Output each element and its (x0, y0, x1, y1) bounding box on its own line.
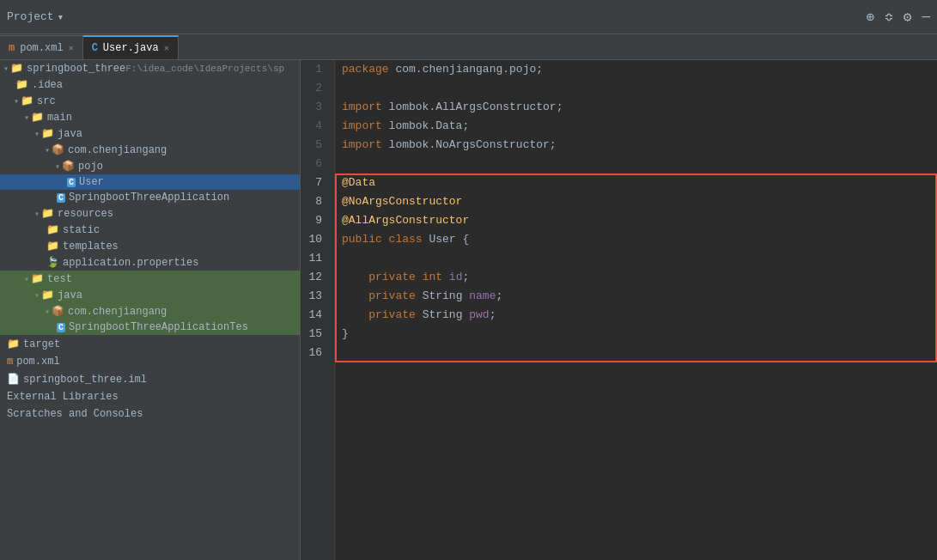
token-data-annotation: @Data (342, 173, 375, 192)
arrow-java-icon: ▾ (34, 129, 40, 139)
token-noargs-annotation: @NoArgsConstructor (342, 192, 462, 211)
sidebar-props-label: application.properties (63, 257, 198, 269)
token-semi-12: ; (462, 268, 469, 287)
sidebar-item-scratches[interactable]: Scratches and Consoles (0, 405, 300, 423)
folder-src-icon: 📁 (21, 94, 33, 107)
line-num-2: 2 (301, 79, 327, 98)
sidebar-item-java[interactable]: ▾ 📁 java (0, 125, 300, 142)
code-editor[interactable]: 1 2 3 4 5 6 7 8 9 10 11 12 13 14 15 16 (301, 60, 937, 560)
minimize-icon[interactable]: — (922, 9, 930, 25)
tab-user-java[interactable]: C User.java ✕ (83, 35, 179, 59)
sidebar-project-root[interactable]: ▾ 📁 springboot_three F:\idea_code\IdeaPr… (0, 60, 300, 76)
token-semi-3: ; (557, 98, 563, 117)
line-num-12: 12 (301, 268, 327, 287)
arrow-main-icon: ▾ (24, 113, 29, 123)
project-icon: 📁 (10, 62, 23, 75)
folder-idea-icon: 📁 (15, 78, 28, 91)
token-private-1: private (342, 268, 423, 287)
toolbar: Project ▾ ⊕ ≎ ⚙ — (0, 0, 937, 34)
sidebar-item-resources[interactable]: ▾ 📁 resources (0, 205, 300, 222)
sidebar-scratches-label: Scratches and Consoles (7, 408, 143, 420)
line-num-9: 9 (301, 211, 327, 230)
app-class-icon: C (57, 193, 65, 203)
token-import-3: import (342, 136, 389, 155)
folder-templates-icon: 📁 (46, 240, 59, 253)
sidebar-item-external-libs[interactable]: External Libraries (0, 388, 300, 405)
line-num-6: 6 (301, 155, 327, 173)
main-layout: ▾ 📁 springboot_three F:\idea_code\IdeaPr… (0, 60, 937, 560)
sidebar-item-app-test[interactable]: C SpringbootThreeApplicationTes (0, 320, 300, 335)
token-semi-13: ; (496, 287, 502, 306)
line-num-1: 1 (301, 60, 327, 79)
token-field-id: id (449, 268, 463, 287)
sidebar-main-label: main (47, 112, 72, 124)
tab-pom-xml[interactable]: m pom.xml ✕ (0, 35, 83, 59)
line-num-14: 14 (301, 306, 327, 325)
project-label: Project (7, 10, 54, 23)
sidebar-item-static[interactable]: 📁 static (0, 222, 300, 238)
line-num-5: 5 (301, 136, 327, 155)
code-line-12: private int id; (342, 268, 930, 287)
sidebar-item-main[interactable]: ▾ 📁 main (0, 109, 300, 125)
sidebar-item-test[interactable]: ▾ 📁 test (0, 271, 300, 287)
tab-pom-label: pom.xml (20, 42, 63, 54)
sidebar-item-com-test[interactable]: ▾ 📦 com.chenjiangang (0, 303, 300, 320)
sidebar-item-src[interactable]: ▾ 📁 src (0, 93, 300, 109)
sidebar-pojo-label: pojo (78, 161, 103, 173)
sidebar-item-app-props[interactable]: 🍃 application.properties (0, 254, 300, 271)
dropdown-arrow-icon: ▾ (58, 10, 64, 24)
sidebar-static-label: static (63, 224, 100, 236)
token-class: class (389, 230, 429, 249)
code-content: package com.chenjiangang.pojo; import lo… (335, 60, 937, 560)
sidebar-app-label: SpringbootThreeApplication (69, 192, 229, 204)
token-pkg-name: com.chenjiangang.pojo (395, 60, 536, 79)
token-import-2: import (342, 117, 389, 136)
token-public: public (342, 230, 389, 249)
sidebar-item-templates[interactable]: 📁 templates (0, 238, 300, 254)
token-semi-5: ; (550, 136, 557, 155)
sidebar-item-user[interactable]: C User (0, 174, 300, 190)
code-line-8: @NoArgsConstructor (342, 192, 930, 211)
token-allargs-annotation: @AllArgsConstructor (342, 211, 469, 230)
folder-java-icon: 📁 (41, 127, 54, 140)
line-num-13: 13 (301, 287, 327, 306)
line-num-11: 11 (301, 249, 327, 268)
layout-icon[interactable]: ≎ (885, 9, 893, 26)
sidebar-item-springboot-app[interactable]: C SpringbootThreeApplication (0, 190, 300, 205)
sidebar-item-idea[interactable]: 📁 .idea (0, 76, 300, 93)
code-line-14: private String pwd; (342, 306, 930, 325)
sidebar-item-target[interactable]: 📁 target (0, 335, 300, 353)
sidebar-item-pom-xml[interactable]: m pom.xml (0, 353, 300, 370)
sidebar-src-label: src (37, 95, 56, 107)
sidebar-pom-xml-label: pom.xml (16, 356, 59, 368)
folder-static-icon: 📁 (46, 223, 59, 236)
pom-xml-sidebar-icon: m (7, 356, 13, 368)
sidebar-resources-label: resources (58, 208, 113, 220)
tab-user-close-icon[interactable]: ✕ (164, 43, 169, 53)
sidebar-app-test-label: SpringbootThreeApplicationTes (69, 321, 248, 333)
navigate-icon[interactable]: ⊕ (866, 9, 874, 26)
sidebar-item-iml[interactable]: 📄 springboot_three.iml (0, 370, 300, 388)
editor-wrapper: 1 2 3 4 5 6 7 8 9 10 11 12 13 14 15 16 (301, 60, 937, 560)
token-brace-open: { (462, 230, 469, 249)
folder-res-icon: 📁 (41, 207, 54, 220)
token-classname: User (429, 230, 462, 249)
code-line-4: import lombok.Data; (342, 117, 930, 136)
arrow-pkg-icon: ▾ (45, 145, 50, 155)
sidebar-item-pojo[interactable]: ▾ 📦 pojo (0, 158, 300, 174)
line-num-15: 15 (301, 325, 327, 344)
code-line-15: } (342, 325, 930, 344)
token-private-2: private (342, 287, 423, 306)
token-string-2: String (423, 306, 470, 325)
sidebar-target-label: target (23, 338, 60, 350)
project-selector[interactable]: Project ▾ (7, 10, 64, 24)
code-line-16 (342, 344, 930, 362)
folder-target-icon: 📁 (7, 338, 20, 350)
sidebar-item-com-chenjiangang[interactable]: ▾ 📦 com.chenjiangang (0, 142, 300, 158)
line-num-7: 7 (301, 173, 327, 192)
code-line-3: import lombok.AllArgsConstructor; (342, 98, 930, 117)
settings-icon[interactable]: ⚙ (904, 9, 912, 26)
line-num-10: 10 (301, 230, 327, 249)
tab-pom-close-icon[interactable]: ✕ (69, 43, 74, 53)
sidebar-item-java-test[interactable]: ▾ 📁 java (0, 287, 300, 303)
